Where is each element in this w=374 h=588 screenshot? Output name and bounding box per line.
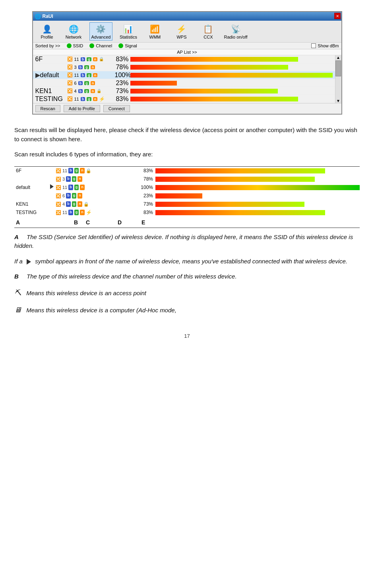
close-button[interactable]: ✕ — [334, 13, 341, 19]
badge-b-5: b — [78, 89, 83, 93]
desc-a: A The SSID (Service Set Identifier) of w… — [14, 233, 360, 251]
signal-header-label: Signal — [125, 43, 137, 48]
signal-bar-fill-6 — [130, 97, 298, 101]
statistics-icon: 📊 — [123, 23, 134, 35]
desc-arrow: If a symbol appears in front of the name… — [14, 257, 360, 266]
ssid-testing: TESTING — [35, 95, 67, 103]
show-dbm-checkbox[interactable] — [311, 43, 316, 48]
ap-list-header: Sorted by >> SSID Channel Signal Show dB… — [33, 43, 341, 49]
desc-a-text: The SSID (Service Set Identifier) of wir… — [14, 234, 353, 249]
page-number: 17 — [0, 330, 374, 342]
toolbar-statistics-label: Statistics — [120, 35, 137, 39]
table-row[interactable]: 6F 🔀 11 b g n 🔒 83% — [33, 55, 335, 63]
ap-list-subheader: AP List >> — [33, 49, 341, 55]
badge-n-2: n — [91, 65, 95, 69]
channel-info-row6: 🔀 11 b g n ⚡ — [67, 96, 115, 102]
ssid-header-label: SSID — [73, 43, 83, 48]
show-dbm-label: Show dBm — [318, 43, 339, 48]
toolbar-wps[interactable]: ⚡ WPS — [171, 23, 192, 39]
signal-bar-fill-1 — [130, 57, 298, 62]
signal-bar-fill-4 — [130, 81, 177, 86]
diagram-row: 6F 🔀 11 b g n 🔒 83% — [14, 167, 360, 175]
profile-icon: 👤 — [41, 23, 52, 35]
wifi-icon-5: 🔀 — [67, 88, 73, 93]
ssid-header-item: SSID — [67, 43, 83, 48]
lock-icon-1: 🔒 — [99, 57, 104, 61]
signal-bar-2 — [130, 65, 333, 70]
scroll-up-arrow[interactable]: ▲ — [336, 55, 340, 60]
network-icon: 🌐 — [68, 23, 79, 35]
toolbar-radio[interactable]: 📡 Radio on/off — [224, 23, 247, 39]
wifi-icon-4: 🔀 — [67, 80, 73, 86]
toolbar-wmm[interactable]: 📶 WMM — [144, 23, 166, 39]
toolbar-ccx[interactable]: 📋 CCX — [197, 23, 219, 39]
table-row[interactable]: KEN1 🔀 4 b g n 🔒 73% — [33, 87, 335, 95]
rescan-button[interactable]: Rescan — [35, 105, 60, 112]
diagram-labels: A B C D E — [14, 217, 360, 228]
table-row[interactable]: 🔀 6 b g n 23% — [33, 79, 335, 87]
wifi-icon-1: 🔀 — [67, 56, 73, 62]
toolbar-advanced[interactable]: ⚙️ Advanced — [89, 22, 113, 41]
channel-info-row2: 🔀 3 b g n — [67, 64, 115, 70]
scrollbar[interactable]: ▲ ▼ — [335, 55, 341, 103]
triangle-arrow — [50, 184, 54, 189]
add-to-profile-button[interactable]: Add to Profile — [64, 105, 100, 112]
toolbar-network[interactable]: 🌐 Network — [63, 23, 85, 39]
label-e: E — [141, 218, 157, 227]
signal-bar-5 — [130, 89, 333, 93]
diagram-row: 🔀 3 b g n 78% — [14, 175, 360, 183]
channel-header-item: Channel — [89, 43, 112, 48]
show-dbm-container: Show dBm — [311, 43, 339, 48]
sorted-by-label: Sorted by >> — [35, 43, 60, 48]
connect-button[interactable]: Connect — [103, 105, 130, 112]
signal-header-item: Signal — [118, 43, 137, 48]
desc-computer-text: Means this wireless device is a computer… — [26, 307, 176, 313]
table-row[interactable]: TESTING 🔀 11 b g n ⚡ 83% — [33, 95, 335, 103]
signal-bar-fill-5 — [130, 89, 278, 93]
ap-list-buttons: Rescan Add to Profile Connect — [33, 103, 341, 114]
badge-b-3: b — [81, 73, 85, 77]
badge-b-2: b — [78, 65, 83, 69]
diagram-row: TESTING 🔀 11 b g n ⚡ 83% — [14, 208, 360, 217]
signal-bar-6 — [130, 97, 333, 101]
selected-arrow: ▶ — [35, 71, 40, 79]
signal-bar-fill-2 — [130, 65, 288, 70]
ap-list-label: AP List >> — [177, 50, 197, 55]
window-controls: ✕ — [334, 13, 341, 19]
desc-b-arrow-text: If a — [14, 258, 23, 265]
desc-a-letter: A — [14, 234, 19, 240]
wifi-icon-3: 🔀 — [67, 72, 73, 78]
desc-ap: ⛏ Means this wireless device is an acces… — [14, 288, 360, 298]
wps-icon: ⚡ — [176, 23, 187, 35]
app-window: 🌐 RaUI ✕ 👤 Profile 🌐 Network ⚙️ Advanced… — [32, 11, 342, 115]
signal-bar-1 — [130, 57, 333, 62]
ap-diagram: 6F 🔀 11 b g n 🔒 83% 🔀 3 b g — [14, 166, 360, 228]
badge-g-1: g — [87, 57, 91, 61]
channel-header-label: Channel — [96, 43, 112, 48]
ssid-green-dot — [67, 43, 72, 48]
special-icon-6: ⚡ — [99, 96, 105, 102]
table-row[interactable]: 🔀 3 b g n 78% — [33, 63, 335, 71]
badge-b-1: b — [81, 57, 85, 61]
wifi-icon-6: 🔀 — [67, 96, 73, 101]
toolbar-wmm-label: WMM — [149, 35, 161, 39]
computer-icon: 🖥 — [14, 306, 21, 314]
radio-icon: 📡 — [230, 23, 241, 35]
channel-green-dot — [89, 43, 94, 48]
scroll-thumb[interactable] — [335, 60, 341, 76]
scroll-down-arrow[interactable]: ▼ — [336, 99, 340, 103]
desc-b-text: symbol appears in front of the name of w… — [35, 258, 347, 265]
channel-info-row1: 🔀 11 b g n 🔒 — [67, 56, 115, 62]
label-c: C — [86, 218, 118, 227]
channel-info-row5: 🔀 4 b g n 🔒 — [67, 88, 115, 93]
ap-list-body: 6F 🔀 11 b g n 🔒 83% — [33, 55, 341, 103]
toolbar-statistics[interactable]: 📊 Statistics — [117, 23, 139, 39]
toolbar-profile[interactable]: 👤 Profile — [36, 23, 58, 39]
para2: Scan result includes 6 types of informat… — [14, 150, 360, 159]
badge-g-6: g — [87, 97, 91, 101]
diagram-row: KEN1 🔀 4 b g n 🔒 73% — [14, 200, 360, 208]
badge-g-4: g — [84, 81, 89, 85]
badge-n-6: n — [93, 97, 98, 101]
advanced-icon: ⚙️ — [95, 23, 107, 35]
table-row[interactable]: ▶ default 🔀 11 b g n 100% — [33, 71, 335, 79]
